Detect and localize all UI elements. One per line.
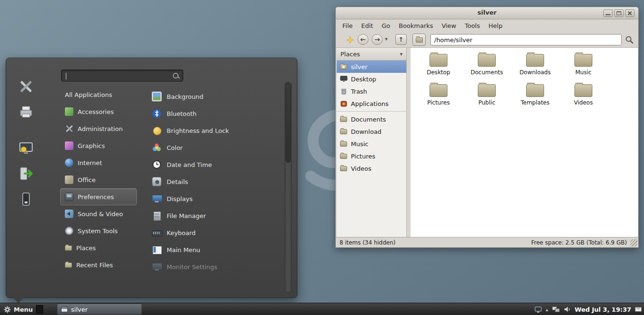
category-accessories[interactable]: Accessories	[60, 103, 137, 120]
sidebar-header[interactable]: Places ▾	[337, 48, 406, 61]
menu-edit[interactable]: Edit	[357, 21, 377, 31]
logout-button[interactable]	[15, 162, 37, 185]
menu-file[interactable]: File	[338, 21, 357, 31]
volume-icon[interactable]	[564, 306, 571, 313]
history-dropdown-icon[interactable]: ▾	[385, 36, 388, 42]
file-pictures[interactable]: Pictures	[414, 82, 463, 112]
sidebar-item-pictures[interactable]: Pictures	[337, 150, 406, 162]
app-background[interactable]: Background	[147, 88, 282, 105]
bluetooth-icon	[152, 109, 161, 118]
app-keyboard[interactable]: Keyboard	[147, 224, 282, 241]
shutdown-button[interactable]	[15, 188, 37, 210]
back-button[interactable]: ←	[358, 34, 368, 45]
menu-help[interactable]: Help	[484, 21, 507, 31]
app-main-menu[interactable]: Main Menu	[147, 241, 282, 258]
menu-scrollbar-thumb[interactable]	[286, 83, 291, 163]
items-count: 8 items (34 hidden)	[340, 239, 395, 246]
search-input[interactable]	[66, 71, 168, 81]
file-label: Music	[575, 69, 591, 76]
software-tools-button[interactable]	[15, 75, 37, 98]
category-label: Administration	[78, 125, 123, 132]
sidebar-item-documents[interactable]: Documents	[337, 113, 406, 125]
file-view[interactable]: Desktop Documents Downloads Music Pictur…	[411, 48, 638, 237]
power-icon	[18, 191, 34, 207]
sidebar-item-trash[interactable]: Trash	[337, 85, 406, 97]
sidebar-item-applications[interactable]: Applications	[337, 97, 406, 110]
category-recent-files[interactable]: Recent Files	[60, 256, 137, 273]
taskbar-window-silver[interactable]: silver	[57, 304, 142, 315]
category-system-tools[interactable]: System Tools	[60, 222, 137, 239]
category-all-applications[interactable]: All Applications	[60, 86, 137, 103]
network-icon[interactable]	[552, 306, 560, 312]
category-internet[interactable]: Internet	[60, 154, 137, 171]
app-label: Monitor Settings	[167, 263, 217, 271]
category-sound-video[interactable]: Sound & Video	[60, 205, 137, 222]
printer-button[interactable]	[15, 101, 37, 123]
file-label: Templates	[520, 99, 549, 106]
file-downloads[interactable]: Downloads	[511, 52, 559, 82]
menu-go[interactable]: Go	[377, 21, 394, 31]
minimize-button[interactable]	[603, 9, 613, 17]
menu-view[interactable]: View	[438, 21, 461, 31]
file-public[interactable]: Public	[463, 82, 511, 112]
menu-bookmarks[interactable]: Bookmarks	[394, 21, 438, 31]
globe-icon	[65, 158, 73, 167]
chevron-up-icon[interactable]: ▴	[546, 307, 548, 312]
app-bluetooth[interactable]: Bluetooth	[147, 105, 282, 122]
up-button[interactable]: ↑	[395, 34, 407, 45]
category-graphics[interactable]: Graphics	[60, 137, 137, 154]
app-displays[interactable]: Displays	[147, 190, 282, 207]
menu-tools[interactable]: Tools	[460, 21, 484, 31]
display-settings-button[interactable]	[15, 137, 37, 159]
close-button[interactable]	[625, 9, 635, 17]
app-date-time[interactable]: Date and Time	[147, 156, 282, 173]
monitor-icon	[152, 194, 161, 203]
sidebar-item-desktop[interactable]: Desktop	[337, 73, 406, 85]
sidebar-item-silver[interactable]: silver	[337, 61, 406, 73]
menu-search-box	[61, 70, 183, 82]
accessories-icon	[65, 107, 73, 116]
titlebar[interactable]: silver	[336, 7, 638, 19]
category-administration[interactable]: Administration	[60, 120, 137, 137]
star-icon[interactable]	[346, 36, 354, 44]
pane-separator[interactable]	[407, 48, 411, 237]
menu-button[interactable]: Menu	[0, 303, 36, 315]
app-label: Color	[167, 144, 183, 151]
app-color[interactable]: Color	[147, 139, 282, 156]
location-input[interactable]	[430, 34, 622, 45]
app-file-manager[interactable]: File Manager	[147, 207, 282, 224]
file-desktop[interactable]: Desktop	[414, 52, 463, 82]
file-templates[interactable]: Templates	[511, 82, 559, 112]
file-videos[interactable]: Videos	[559, 82, 608, 112]
resize-grip[interactable]	[630, 239, 637, 246]
menu-scrollbar[interactable]	[285, 82, 292, 293]
category-label: Accessories	[78, 108, 114, 115]
brightness-icon	[152, 126, 161, 135]
system-tray: ▴ Wed Jul 3, 19:37	[535, 303, 642, 315]
search-button[interactable]	[625, 35, 634, 44]
home-button[interactable]	[412, 34, 426, 46]
color-profile-icon	[152, 143, 161, 152]
sidebar-item-videos[interactable]: Videos	[337, 162, 406, 175]
category-preferences[interactable]: Preferences	[60, 188, 137, 205]
app-details[interactable]: Details	[147, 173, 282, 190]
maximize-button[interactable]	[614, 9, 624, 17]
category-office[interactable]: Office	[60, 171, 137, 188]
monitor-icon	[152, 262, 161, 271]
menu-editor-icon	[152, 245, 161, 254]
clock[interactable]: Wed Jul 3, 19:37	[575, 306, 632, 313]
app-brightness-lock[interactable]: Brightness and Lock	[147, 122, 282, 139]
display-tray-icon[interactable]	[535, 306, 542, 313]
file-music[interactable]: Music	[559, 52, 608, 82]
mail-icon[interactable]	[635, 307, 642, 312]
category-places[interactable]: Places	[60, 239, 137, 256]
sidebar-item-download[interactable]: Download	[337, 125, 406, 138]
sidebar-item-music[interactable]: Music	[337, 138, 406, 150]
folder-icon	[340, 154, 347, 159]
gear-icon	[4, 306, 11, 313]
file-documents[interactable]: Documents	[463, 52, 511, 82]
wrench-screwdriver-icon	[18, 79, 34, 95]
forward-button[interactable]: →	[372, 34, 383, 45]
file-label: Public	[478, 99, 495, 106]
folder-icon	[429, 54, 447, 67]
